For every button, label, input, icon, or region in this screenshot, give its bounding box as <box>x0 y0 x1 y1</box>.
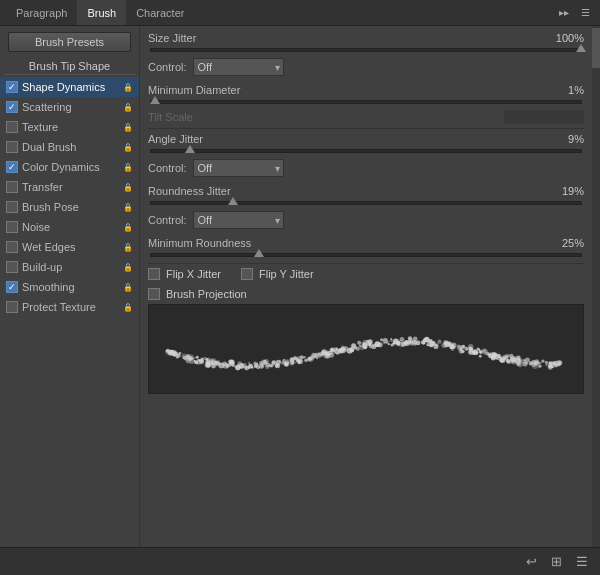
tab-character[interactable]: Character <box>126 0 194 25</box>
sidebar: Brush Presets Brush Tip Shape Shape Dyna… <box>0 26 140 547</box>
min-diameter-label: Minimum Diameter <box>148 84 548 96</box>
sidebar-label-2: Texture <box>22 121 58 133</box>
sidebar-cb-8[interactable] <box>6 241 18 253</box>
size-jitter-thumb[interactable] <box>576 44 586 52</box>
sidebar-label-1: Scattering <box>22 101 72 113</box>
flip-x-label: Flip X Jitter <box>166 268 221 280</box>
right-scrollbar[interactable] <box>592 26 600 547</box>
size-jitter-slider-row <box>148 48 584 52</box>
sidebar-item-dual-brush[interactable]: Dual Brush🔒 <box>0 137 139 157</box>
sidebar-label-6: Brush Pose <box>22 201 79 213</box>
sidebar-cb-5[interactable] <box>6 181 18 193</box>
control-label-2: Control: <box>148 162 187 174</box>
control-label-1: Control: <box>148 61 187 73</box>
brush-presets-button[interactable]: Brush Presets <box>8 32 131 52</box>
sidebar-cb-6[interactable] <box>6 201 18 213</box>
sidebar-cb-2[interactable] <box>6 121 18 133</box>
min-diameter-slider[interactable] <box>150 100 582 104</box>
sidebar-label-11: Protect Texture <box>22 301 96 313</box>
sidebar-label-7: Noise <box>22 221 50 233</box>
flip-x-row: Flip X Jitter <box>148 268 221 280</box>
angle-jitter-label: Angle Jitter <box>148 133 548 145</box>
tab-menu-btn[interactable]: ☰ <box>577 5 594 20</box>
tab-brush[interactable]: Brush <box>77 0 126 25</box>
sidebar-cb-0[interactable] <box>6 81 18 93</box>
min-roundness-row: Minimum Roundness 25% <box>148 237 584 249</box>
sidebar-item-scattering[interactable]: Scattering🔒 <box>0 97 139 117</box>
lock-icon-11: 🔒 <box>123 303 133 312</box>
sidebar-cb-3[interactable] <box>6 141 18 153</box>
min-diameter-value: 1% <box>548 84 584 96</box>
sidebar-cb-11[interactable] <box>6 301 18 313</box>
lock-icon-0: 🔒 <box>123 83 133 92</box>
sidebar-label-0: Shape Dynamics <box>22 81 105 93</box>
sidebar-item-noise[interactable]: Noise🔒 <box>0 217 139 237</box>
control-select-2[interactable]: Off Fade Pen Pressure <box>193 159 284 177</box>
sidebar-cb-9[interactable] <box>6 261 18 273</box>
control-select-wrapper-3: Off Fade Pen Pressure <box>193 211 284 229</box>
min-diameter-thumb[interactable] <box>150 96 160 104</box>
brush-panel: Paragraph Brush Character ▸▸ ☰ Brush Pre… <box>0 0 600 575</box>
control-row-3: Control: Off Fade Pen Pressure <box>148 211 584 229</box>
tilt-scale-value <box>504 110 584 124</box>
roundness-jitter-thumb[interactable] <box>228 197 238 205</box>
sidebar-item-brush-pose[interactable]: Brush Pose🔒 <box>0 197 139 217</box>
sidebar-items-list: Shape Dynamics🔒Scattering🔒Texture🔒Dual B… <box>0 77 139 317</box>
tab-actions: ▸▸ ☰ <box>555 5 594 20</box>
sidebar-item-build-up[interactable]: Build-up🔒 <box>0 257 139 277</box>
angle-jitter-slider-row <box>148 149 584 153</box>
control-select-3[interactable]: Off Fade Pen Pressure <box>193 211 284 229</box>
roundness-jitter-value: 19% <box>548 185 584 197</box>
sidebar-item-color-dynamics[interactable]: Color Dynamics🔒 <box>0 157 139 177</box>
size-jitter-row: Size Jitter 100% <box>148 32 584 44</box>
sidebar-label-5: Transfer <box>22 181 63 193</box>
roundness-jitter-slider-row <box>148 201 584 205</box>
min-roundness-thumb[interactable] <box>254 249 264 257</box>
bottom-grid-btn[interactable]: ⊞ <box>547 552 566 571</box>
lock-icon-10: 🔒 <box>123 283 133 292</box>
sidebar-item-wet-edges[interactable]: Wet Edges🔒 <box>0 237 139 257</box>
sidebar-cb-1[interactable] <box>6 101 18 113</box>
flip-y-checkbox[interactable] <box>241 268 253 280</box>
right-scrollbar-thumb[interactable] <box>592 28 600 68</box>
roundness-jitter-row: Roundness Jitter 19% <box>148 185 584 197</box>
brush-preview-canvas <box>149 305 583 393</box>
lock-icon-8: 🔒 <box>123 243 133 252</box>
main-area: Brush Presets Brush Tip Shape Shape Dyna… <box>0 26 600 547</box>
control-row-2: Control: Off Fade Pen Pressure <box>148 159 584 177</box>
roundness-jitter-slider[interactable] <box>150 201 582 205</box>
angle-jitter-slider[interactable] <box>150 149 582 153</box>
brush-projection-checkbox[interactable] <box>148 288 160 300</box>
bottom-toolbar: ↩ ⊞ ☰ <box>0 547 600 575</box>
sidebar-label-8: Wet Edges <box>22 241 76 253</box>
sidebar-item-protect-texture[interactable]: Protect Texture🔒 <box>0 297 139 317</box>
angle-jitter-row: Angle Jitter 9% <box>148 133 584 145</box>
sidebar-cb-4[interactable] <box>6 161 18 173</box>
sidebar-cb-10[interactable] <box>6 281 18 293</box>
separator-2 <box>148 263 584 264</box>
angle-jitter-value: 9% <box>548 133 584 145</box>
size-jitter-slider[interactable] <box>150 48 582 52</box>
tilt-scale-row: Tilt Scale <box>148 110 584 124</box>
size-jitter-value: 100% <box>548 32 584 44</box>
roundness-jitter-label: Roundness Jitter <box>148 185 548 197</box>
control-row-1: Control: Off Fade Pen Pressure Pen Tilt <box>148 58 584 76</box>
right-scroll-wrapper: Size Jitter 100% Control: Off Fade <box>140 26 592 547</box>
bottom-menu-btn[interactable]: ☰ <box>572 552 592 571</box>
tab-more-btn[interactable]: ▸▸ <box>555 5 573 20</box>
sidebar-item-texture[interactable]: Texture🔒 <box>0 117 139 137</box>
flip-x-checkbox[interactable] <box>148 268 160 280</box>
control-select-1[interactable]: Off Fade Pen Pressure Pen Tilt <box>193 58 284 76</box>
control-select-wrapper-2: Off Fade Pen Pressure <box>193 159 284 177</box>
lock-icon-6: 🔒 <box>123 203 133 212</box>
sidebar-item-transfer[interactable]: Transfer🔒 <box>0 177 139 197</box>
sidebar-item-shape-dynamics[interactable]: Shape Dynamics🔒 <box>0 77 139 97</box>
min-roundness-slider[interactable] <box>150 253 582 257</box>
sidebar-cb-7[interactable] <box>6 221 18 233</box>
control-select-wrapper-1: Off Fade Pen Pressure Pen Tilt <box>193 58 284 76</box>
tab-paragraph[interactable]: Paragraph <box>6 0 77 25</box>
bottom-reset-btn[interactable]: ↩ <box>522 552 541 571</box>
flip-row: Flip X Jitter Flip Y Jitter <box>148 268 584 284</box>
sidebar-item-smoothing[interactable]: Smoothing🔒 <box>0 277 139 297</box>
angle-jitter-thumb[interactable] <box>185 145 195 153</box>
